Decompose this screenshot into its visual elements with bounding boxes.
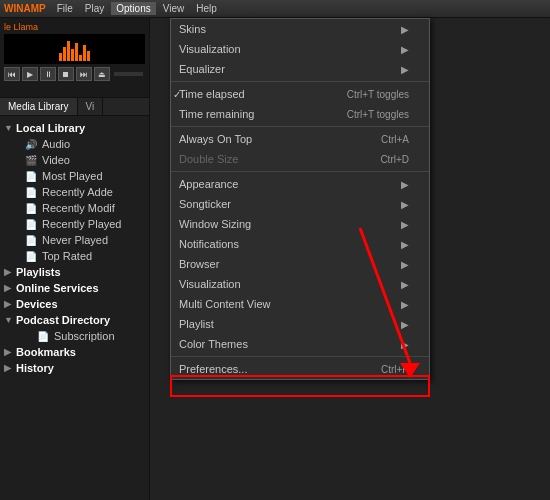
menu-item-appearance[interactable]: Appearance ▶ (171, 174, 429, 194)
tree-item-recently-modified[interactable]: 📄 Recently Modif (0, 200, 149, 216)
menu-item-color-themes[interactable]: Color Themes ▶ (171, 334, 429, 354)
menu-item-double-size: Double Size Ctrl+D (171, 149, 429, 169)
tab-media-library[interactable]: Media Library (0, 98, 78, 115)
menu-item-equalizer[interactable]: Equalizer ▶ (171, 59, 429, 79)
left-panel: le Llama ⏮ ▶ ⏸ ⏹ ⏭ ⏏ (0, 18, 150, 500)
tree-item-subscriptions[interactable]: 📄 Subscription (0, 328, 149, 344)
main-window: le Llama ⏮ ▶ ⏸ ⏹ ⏭ ⏏ (0, 18, 550, 500)
menu-options[interactable]: Options (111, 2, 155, 15)
eject-button[interactable]: ⏏ (94, 67, 110, 81)
options-dropdown-menu: Skins ▶ Visualization ▶ Equalizer ▶ Time… (170, 18, 430, 380)
play-button[interactable]: ▶ (22, 67, 38, 81)
bookmarks-header[interactable]: ▶ Bookmarks (0, 344, 149, 360)
progress-bar[interactable] (114, 72, 143, 76)
menu-play[interactable]: Play (80, 2, 109, 15)
playlists-header[interactable]: ▶ Playlists (0, 264, 149, 280)
menu-item-multi-content-view[interactable]: Multi Content View ▶ (171, 294, 429, 314)
online-services-header[interactable]: ▶ Online Services (0, 280, 149, 296)
menu-item-time-remaining[interactable]: Time remaining Ctrl+T toggles (171, 104, 429, 124)
menu-view[interactable]: View (158, 2, 190, 15)
local-library-header[interactable]: ▼ Local Library (0, 120, 149, 136)
tree-item-recently-added[interactable]: 📄 Recently Adde (0, 184, 149, 200)
menu-item-visualization-2[interactable]: Visualization ▶ (171, 274, 429, 294)
stop-button[interactable]: ⏹ (58, 67, 74, 81)
tree-view: ▼ Local Library 🔊 Audio 🎬 Video 📄 Most P… (0, 116, 149, 380)
menu-item-browser[interactable]: Browser ▶ (171, 254, 429, 274)
menu-item-notifications[interactable]: Notifications ▶ (171, 234, 429, 254)
tab-vi[interactable]: Vi (78, 98, 104, 115)
right-area: Skins ▶ Visualization ▶ Equalizer ▶ Time… (150, 18, 550, 500)
menu-item-always-on-top[interactable]: Always On Top Ctrl+A (171, 129, 429, 149)
history-header[interactable]: ▶ History (0, 360, 149, 376)
menu-bar: File Play Options View Help (52, 2, 222, 15)
menu-separator-2 (171, 126, 429, 127)
menu-item-preferences[interactable]: Preferences... Ctrl+P (171, 359, 429, 379)
pause-button[interactable]: ⏸ (40, 67, 56, 81)
menu-item-window-sizing[interactable]: Window Sizing ▶ (171, 214, 429, 234)
devices-header[interactable]: ▶ Devices (0, 296, 149, 312)
player-title: le Llama (4, 22, 145, 32)
podcast-directory-header[interactable]: ▼ Podcast Directory (0, 312, 149, 328)
menu-separator-4 (171, 356, 429, 357)
player-area: le Llama ⏮ ▶ ⏸ ⏹ ⏭ ⏏ (0, 18, 149, 98)
tree-item-video[interactable]: 🎬 Video (0, 152, 149, 168)
menu-separator-3 (171, 171, 429, 172)
menu-separator-1 (171, 81, 429, 82)
menu-item-songticker[interactable]: Songticker ▶ (171, 194, 429, 214)
menu-item-time-elapsed[interactable]: Time elapsed Ctrl+T toggles (171, 84, 429, 104)
next-button[interactable]: ⏭ (76, 67, 92, 81)
menu-item-visualization-1[interactable]: Visualization ▶ (171, 39, 429, 59)
menu-help[interactable]: Help (191, 2, 222, 15)
tree-item-never-played[interactable]: 📄 Never Played (0, 232, 149, 248)
title-bar: WINAMP File Play Options View Help (0, 0, 550, 18)
tabs-row: Media Library Vi (0, 98, 149, 116)
winamp-logo: WINAMP (4, 3, 46, 14)
prev-button[interactable]: ⏮ (4, 67, 20, 81)
visualizer (4, 34, 145, 64)
player-controls: ⏮ ▶ ⏸ ⏹ ⏭ ⏏ (4, 67, 145, 81)
tree-item-audio[interactable]: 🔊 Audio (0, 136, 149, 152)
tree-item-most-played[interactable]: 📄 Most Played (0, 168, 149, 184)
tree-item-recently-played[interactable]: 📄 Recently Played (0, 216, 149, 232)
vis-bars (59, 37, 90, 61)
menu-item-playlist[interactable]: Playlist ▶ (171, 314, 429, 334)
tree-item-top-rated[interactable]: 📄 Top Rated (0, 248, 149, 264)
menu-item-skins[interactable]: Skins ▶ (171, 19, 429, 39)
menu-file[interactable]: File (52, 2, 78, 15)
